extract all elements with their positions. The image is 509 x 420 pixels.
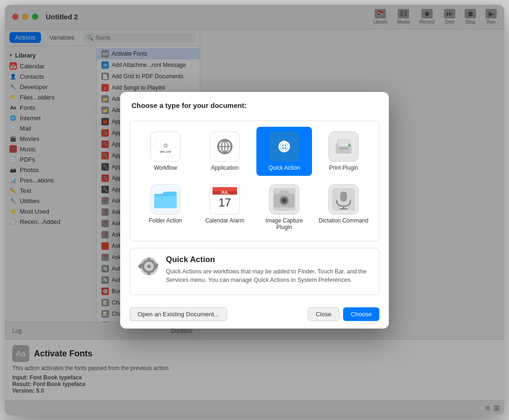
folder-action-label: Folder Action [149,217,182,224]
workflow-icon-wrap: ⚙ WFLOW [150,132,181,162]
doc-type-dictation[interactable]: Dictation Command [316,180,371,235]
svg-rect-18 [283,141,285,144]
application-label: Application [211,165,239,171]
svg-rect-42 [279,190,288,195]
svg-rect-30 [339,151,345,152]
workflow-label: Workflow [154,165,177,171]
modal-description-box: Quick Action Quick Actions are workflows… [130,248,379,295]
application-icon-wrap [210,132,240,162]
dictation-label: Dictation Command [319,217,368,224]
modal-desc-content: Quick Action Quick Actions are workflows… [166,255,371,288]
modal-desc-text: Quick Actions are workflows that may be … [166,267,371,285]
doc-type-print-plugin[interactable]: Print Plugin [316,127,371,176]
modal-desc-icon [138,255,160,278]
modal-overlay: Choose a type for your document: ⚙ WFLOW [5,5,504,415]
app-window: Untitled 2 📚 Library 🎞 Media ⏺ Record ⏭ … [5,5,504,415]
svg-rect-52 [148,271,150,275]
svg-text:⚙: ⚙ [163,142,168,149]
svg-rect-28 [339,148,348,148]
quick-action-icon-wrap [269,132,299,162]
doc-type-folder-action[interactable]: Folder Action [138,180,193,235]
open-existing-button[interactable]: Open an Existing Document... [130,307,227,321]
modal-desc-title: Quick Action [166,255,371,264]
svg-rect-51 [148,257,150,261]
svg-rect-45 [340,191,347,202]
quick-action-label: Quick Action [269,165,300,171]
dictation-icon-wrap [328,184,359,214]
svg-text:17: 17 [219,196,231,208]
modal-header: Choose a type for your document: [120,92,389,121]
svg-point-41 [283,199,286,202]
print-plugin-label: Print Plugin [329,165,358,171]
calendar-alarm-icon-wrap: JUL 17 [210,184,240,214]
svg-point-50 [147,264,151,268]
folder-action-icon-wrap [150,184,181,214]
svg-point-31 [348,144,351,147]
choose-button[interactable]: Choose [343,307,379,321]
svg-point-17 [283,145,286,148]
svg-text:WFLOW: WFLOW [160,150,171,153]
image-capture-icon-wrap [269,184,299,214]
doc-type-grid: ⚙ WFLOW Workflow [130,121,379,241]
doc-type-workflow[interactable]: ⚙ WFLOW Workflow [138,127,193,176]
svg-rect-19 [283,149,285,151]
svg-rect-29 [339,150,348,150]
doc-type-quick-action[interactable]: Quick Action [256,127,312,176]
modal-title: Choose a type for your document: [131,101,378,109]
print-plugin-icon-wrap [328,132,359,162]
svg-text:JUL: JUL [221,189,229,194]
image-capture-label: Image Capture Plugin [259,217,309,231]
document-type-modal: Choose a type for your document: ⚙ WFLOW [120,92,389,329]
modal-footer: Open an Existing Document... Close Choos… [120,302,389,329]
close-button[interactable]: Close [308,307,339,321]
doc-type-calendar-alarm[interactable]: JUL 17 Calendar Alarm [197,180,253,235]
svg-rect-27 [338,140,349,146]
svg-rect-43 [281,195,284,197]
modal-footer-right: Close Choose [308,307,379,321]
calendar-alarm-label: Calendar Alarm [205,217,245,224]
doc-type-application[interactable]: Application [197,127,253,176]
doc-type-image-capture[interactable]: Image Capture Plugin [256,180,312,235]
